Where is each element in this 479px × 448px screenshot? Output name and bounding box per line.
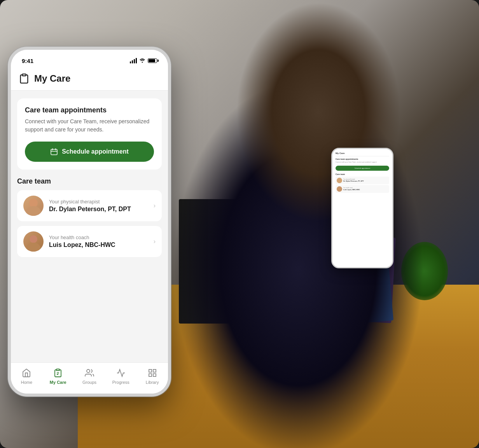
avatar-pt [23, 196, 44, 216]
battery-icon [148, 58, 157, 63]
phone-shell: 9:41 [8, 47, 171, 397]
nav-item-home[interactable]: Home [11, 368, 42, 385]
calendar-btn-icon [50, 148, 58, 156]
care-team-member-pt[interactable]: Your physical therapist Dr. Dylan Peters… [17, 190, 162, 221]
main-phone: 9:41 [8, 47, 171, 397]
care-team-title: Care team [17, 177, 162, 186]
status-time: 9:41 [22, 58, 33, 64]
nav-label-library: Library [146, 380, 159, 385]
avatar-pt-face [23, 196, 44, 216]
schedule-button-label: Schedule appointment [62, 148, 129, 155]
bg-phone-section: Care team appointments [336, 158, 389, 160]
svg-rect-9 [149, 374, 152, 376]
bg-phone-member-1: Your physical therapist Dr. Dylan Peters… [336, 177, 389, 184]
clipboard-icon [19, 73, 30, 84]
member-role-hc: Your health coach [49, 234, 148, 240]
svg-rect-0 [22, 74, 26, 76]
groups-icon [84, 368, 95, 378]
bg-phone-member-2: Your health coach Luis Lopez, NBC-HWC [336, 185, 389, 193]
chevron-right-icon-pt: › [154, 202, 156, 209]
member-info-hc: Your health coach Luis Lopez, NBC-HWC [49, 234, 148, 248]
bg-name-hc: Luis Lopez, NBC-HWC [343, 189, 388, 191]
bg-member-info-pt: Your physical therapist Dr. Dylan Peters… [343, 178, 388, 182]
bottom-nav: Home My Care [11, 362, 168, 394]
nav-label-groups: Groups [82, 380, 96, 385]
care-team-section: Care team Your physical therapist Dr. Dy… [17, 177, 162, 257]
member-name-pt: Dr. Dylan Peterson, PT, DPT [49, 206, 148, 213]
mycare-icon [52, 368, 63, 378]
bg-phone-care-title: Care team [336, 173, 389, 175]
care-team-member-hc[interactable]: Your health coach Luis Lopez, NBC-HWC › [17, 226, 162, 257]
nav-item-progress[interactable]: Progress [105, 368, 136, 385]
nav-item-mycare[interactable]: My Care [42, 368, 74, 385]
nav-label-home: Home [21, 380, 32, 385]
app-title: My Care [34, 73, 70, 84]
svg-rect-6 [149, 369, 152, 372]
progress-icon [115, 368, 126, 378]
scene: My Care Care team appointments Connect w… [0, 0, 479, 448]
nav-item-library[interactable]: Library [136, 368, 168, 385]
library-icon [147, 368, 158, 378]
bg-phone-btn: Schedule appointment [336, 166, 389, 171]
nav-item-groups[interactable]: Groups [74, 368, 105, 385]
svg-rect-2 [56, 369, 59, 371]
member-name-hc: Luis Lopez, NBC-HWC [49, 242, 148, 248]
bg-avatar-hc [337, 186, 342, 192]
nav-label-progress: Progress [112, 380, 129, 385]
home-icon [21, 368, 32, 378]
svg-rect-7 [153, 369, 156, 372]
appointments-title: Care team appointments [25, 106, 154, 114]
svg-point-5 [87, 369, 90, 373]
phone-content: My Care Care team appointments Connect w… [11, 67, 168, 394]
member-role-pt: Your physical therapist [49, 199, 148, 205]
avatar-hc [23, 231, 44, 252]
bg-phone-desc: Connect with your Care Team, receive per… [336, 161, 389, 163]
background-phone: My Care Care team appointments Connect w… [331, 148, 393, 268]
bg-name-pt: Dr. Dylan Peterson, PT, DPT [343, 180, 388, 182]
appointments-description: Connect with your Care Team, receive per… [25, 117, 154, 134]
signal-icon [130, 58, 137, 63]
chevron-right-icon-hc: › [154, 238, 156, 245]
svg-rect-8 [153, 374, 156, 376]
schedule-appointment-button[interactable]: Schedule appointment [25, 142, 154, 162]
appointments-card: Care team appointments Connect with your… [17, 98, 162, 170]
wifi-icon [139, 58, 145, 64]
status-bar: 9:41 [11, 50, 168, 67]
scroll-content[interactable]: Care team appointments Connect with your… [11, 91, 168, 362]
avatar-hc-face [23, 231, 44, 252]
svg-rect-1 [51, 149, 57, 155]
bg-member-info-hc: Your health coach Luis Lopez, NBC-HWC [343, 187, 388, 191]
member-info-pt: Your physical therapist Dr. Dylan Peters… [49, 199, 148, 213]
status-icons [130, 58, 157, 64]
app-header: My Care [11, 67, 168, 91]
bg-phone-header: My Care [336, 152, 389, 156]
nav-label-mycare: My Care [50, 380, 66, 385]
bg-avatar-pt [337, 178, 342, 183]
